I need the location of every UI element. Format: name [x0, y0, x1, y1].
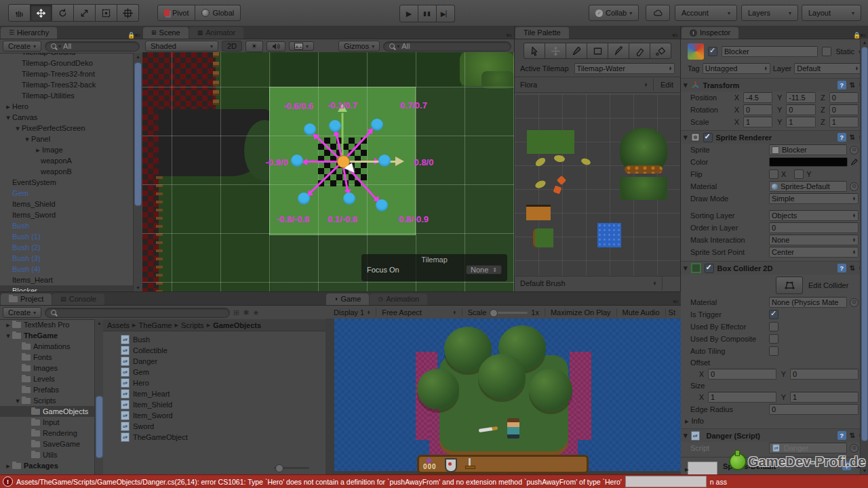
foldout-icon[interactable] [684, 431, 688, 440]
folder-row[interactable]: Prefabs [0, 384, 94, 395]
hierarchy-item[interactable]: Image [0, 144, 133, 155]
help-icon[interactable]: ? [837, 264, 846, 272]
search-by-type-icon[interactable]: ⊞ [233, 308, 239, 317]
project-tree-scrollbar[interactable]: ▲ ▼ [94, 319, 104, 485]
tab-inspector[interactable]: iInspector [682, 27, 738, 39]
scrollbar-thumb[interactable] [861, 47, 868, 441]
global-toggle[interactable]: Global [195, 5, 241, 21]
shading-mode-dropdown[interactable]: Shaded▾ [145, 41, 218, 52]
preview-foldout-icon[interactable] [685, 465, 689, 474]
object-picker-icon[interactable] [850, 298, 859, 307]
tile-leaf[interactable] [534, 157, 547, 167]
hierarchy-item[interactable]: Bush (3) [0, 253, 133, 264]
transform-tool-icon[interactable] [117, 4, 139, 22]
flip-x-checkbox[interactable] [769, 169, 778, 179]
scale-slider[interactable]: Scale 1x [462, 308, 545, 317]
hierarchy-item[interactable]: Tilemap-Utilities [0, 90, 133, 101]
rotation-x-field[interactable]: 0 [743, 104, 772, 115]
static-checkbox[interactable] [822, 47, 831, 56]
tile-flower[interactable] [557, 176, 566, 185]
y-axis-arrow[interactable] [342, 113, 344, 162]
panel-lock-icon[interactable]: 🔒▾≡ [127, 32, 142, 39]
tile-tree-base[interactable] [625, 165, 663, 174]
foldout-icon[interactable] [4, 460, 12, 471]
effects-dropdown[interactable]: ▾ [289, 41, 314, 51]
tile-rect-tool[interactable] [587, 43, 608, 59]
active-checkbox[interactable] [708, 47, 717, 56]
preset-icon[interactable]: ⇅ [850, 81, 855, 89]
file-row[interactable]: TheGameObject [103, 432, 326, 443]
push-target-dot[interactable] [376, 199, 388, 211]
position-y-field[interactable]: -11.5 [786, 92, 815, 103]
tile-grass[interactable] [527, 130, 574, 154]
tile-dirt[interactable] [526, 205, 551, 220]
file-row[interactable]: Collectible [103, 345, 326, 356]
breadcrumb-item-current[interactable]: GameObjects [213, 321, 261, 329]
file-row[interactable]: Danger [103, 356, 326, 367]
position-x-field[interactable]: -4.5 [743, 92, 772, 103]
preset-icon[interactable]: ⇅ [850, 264, 855, 272]
folder-row[interactable]: Levels [0, 373, 94, 384]
name-field[interactable]: Blocker [722, 46, 818, 57]
help-icon[interactable]: ? [837, 431, 846, 440]
project-search-input[interactable] [45, 308, 230, 318]
panel-menu-icon[interactable]: ▾≡ [506, 32, 514, 39]
tile-palette-grid[interactable] [515, 94, 680, 276]
physics-material-field[interactable]: None (Physics Mate [769, 297, 847, 308]
tile-flower[interactable] [553, 186, 562, 195]
object-picker-icon[interactable] [850, 146, 859, 155]
hierarchy-item[interactable]: Items_Heart [0, 274, 133, 285]
focus-on-dropdown[interactable]: None⇕ [466, 265, 502, 274]
scene-viewport[interactable]: -0.6/0.6 -0.1/0.7 0.7/0.7 -0.9/0 0.8/0 -… [142, 52, 514, 291]
hierarchy-item[interactable]: weaponB [0, 166, 133, 177]
inspector-scrollbar[interactable]: ▲ ▼ [860, 39, 868, 474]
sprite-object-field[interactable]: Blocker [769, 144, 847, 155]
collab-dropdown[interactable]: ✓ Collab▾ [589, 5, 639, 21]
rotation-z-field[interactable]: 0 [829, 104, 859, 115]
foldout-icon[interactable] [685, 417, 689, 426]
hierarchy-item[interactable]: Gem [0, 188, 133, 199]
push-target-dot[interactable] [291, 155, 303, 167]
brush-dropdown[interactable]: Default Brush▲▼ [515, 279, 662, 287]
hand-tool-icon[interactable] [8, 4, 31, 22]
search-by-label-icon[interactable]: ✱ [243, 308, 249, 317]
object-picker-icon[interactable] [850, 182, 859, 191]
layers-dropdown[interactable]: Layers▾ [741, 5, 798, 21]
hierarchy-item[interactable]: weaponA [0, 155, 133, 166]
file-row[interactable]: Item_Heart [103, 388, 326, 399]
tab-animation[interactable]: ◷Animation [370, 293, 427, 305]
tile-leaf[interactable] [580, 157, 592, 167]
folder-row[interactable]: Animations [0, 341, 94, 352]
foldout-icon[interactable] [684, 264, 688, 272]
scale-z-field[interactable]: 1 [829, 117, 859, 127]
hierarchy-item[interactable]: Tilemap-Trees32-front [0, 68, 133, 79]
file-row[interactable]: Hero [103, 378, 326, 388]
foldout-icon[interactable] [4, 330, 12, 341]
scale-y-field[interactable]: 1 [786, 117, 815, 127]
folder-row-selected[interactable]: GameObjects [0, 406, 94, 417]
help-icon[interactable]: ? [837, 81, 846, 89]
hierarchy-item[interactable]: Panel [0, 134, 133, 144]
play-button[interactable]: ▶ [399, 5, 418, 22]
file-row[interactable]: Item_Shield [103, 399, 326, 410]
pivot-toggle[interactable]: Pivot [157, 5, 195, 21]
slider-knob[interactable] [275, 464, 283, 472]
preset-icon[interactable]: ⇅ [850, 134, 855, 141]
hierarchy-item[interactable]: PixelPerfectScreen [0, 123, 133, 134]
scale-x-field[interactable]: 1 [743, 117, 772, 127]
panel-lock-icon[interactable]: 🔒▾≡ [853, 32, 868, 39]
2d-toggle[interactable]: 2D [222, 41, 242, 52]
script-object-field[interactable]: Danger [769, 443, 847, 453]
scene-search-input[interactable]: ▾All [383, 41, 511, 52]
tag-dropdown[interactable]: Untagged▲▼ [703, 63, 770, 74]
flip-y-checkbox[interactable] [794, 169, 804, 179]
stats-toggle[interactable]: St [666, 308, 678, 317]
used-by-composite-checkbox[interactable] [769, 334, 778, 344]
tile-brush-tool[interactable] [566, 43, 587, 59]
gizmos-dropdown[interactable]: Gizmos▾ [338, 41, 380, 52]
object-picker-icon[interactable] [850, 444, 859, 453]
folder-row[interactable]: Images [0, 363, 94, 373]
tile-leaf[interactable] [534, 180, 547, 189]
danger-script-header[interactable]: Danger (Script) ?⇅⚙ [681, 428, 868, 442]
eyedropper-icon[interactable] [850, 158, 859, 166]
